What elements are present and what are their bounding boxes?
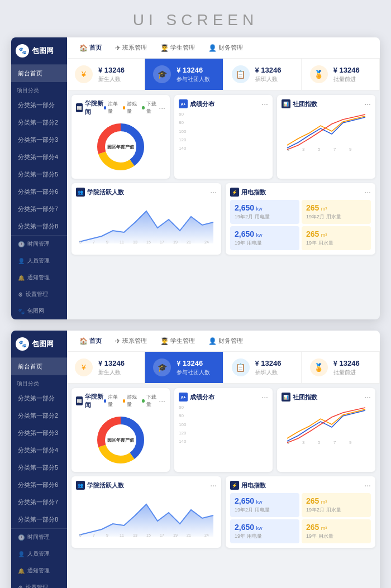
page-title: UI SCREEN [0, 0, 391, 37]
stat-label-1: 新生人数 [98, 75, 136, 83]
sidebar-item-6[interactable]: 分类第一部分6 [11, 183, 67, 200]
stat-transfer: 📋 ¥ 13246 插班人数 [224, 59, 302, 90]
chart-club-title-2: 📊 社团指数 [282, 393, 317, 401]
sidebar-item-5[interactable]: 分类第一部分5 [11, 166, 67, 183]
chart-scores-menu[interactable]: ··· [261, 99, 268, 108]
stat-value-3: ¥ 13246 [255, 66, 293, 74]
line-blue [287, 117, 365, 148]
nav-tab-home-2[interactable]: 🏠首页 [74, 334, 107, 347]
metric-label-2-1: 19年2月 用电量 [235, 506, 295, 514]
legend-label-2: 游戏量 [127, 101, 137, 115]
sidebar-item-2-6[interactable]: 分类第一部分6 [11, 476, 67, 494]
chart-elec-header-2: ⚡ 用电指数 ··· [230, 481, 371, 490]
chart-users-menu[interactable]: ··· [210, 188, 217, 197]
sidebar-notify-mgmt[interactable]: 🔔通知管理 [11, 269, 67, 286]
nav-tab-class-2[interactable]: ✈班系管理 [109, 334, 152, 347]
sidebar-bottom: 🕐时间管理 👤人员管理 🔔通知管理 ⚙设置管理 🐾包图网 [11, 235, 67, 319]
chart-elec-menu[interactable]: ··· [364, 188, 371, 197]
bar-chart-area [189, 112, 268, 151]
sidebar-item-2-8[interactable]: 分类第一部分8 [11, 511, 67, 528]
sidebar-item-1[interactable]: 分类第一部分 [11, 97, 67, 114]
sidebar-people-mgmt-2[interactable]: 👤人员管理 [11, 546, 67, 562]
chart-club-menu[interactable]: ··· [364, 99, 371, 108]
sidebar-item-3[interactable]: 分类第一部分3 [11, 131, 67, 149]
svg-text:24: 24 [204, 533, 209, 537]
sidebar-bottom-2: 🕐时间管理 👤人员管理 🔔通知管理 ⚙设置管理 [11, 528, 67, 588]
legend-item-2-2: 游戏量 [123, 394, 137, 408]
charts-area-2: 📰 学院新闻 注单量 [67, 384, 380, 552]
chart-news-menu-2[interactable]: ··· [159, 396, 165, 405]
area-fill-2 [79, 504, 213, 537]
chart-elec-title-2: ⚡ 用电指数 [230, 481, 266, 490]
sidebar-item-2-3[interactable]: 分类第一部分3 [11, 424, 67, 442]
sidebar-time-mgmt-2[interactable]: 🕐时间管理 [11, 529, 67, 546]
chart-news-legend-2: 注单量 游戏量 下载量 [104, 394, 156, 408]
donut-container: 园区年度产值 [76, 119, 165, 174]
stat-label-3: 插班人数 [255, 75, 293, 83]
chart-club-header: 📊 社团指数 ··· [282, 99, 371, 108]
club-icon: 📊 [282, 99, 290, 108]
metric-num-2-3: 2,650 [235, 523, 254, 532]
metric-unit-2-1: kw [256, 499, 262, 505]
stat-social-2: 🎓 ¥ 13246 参与社团人数 [145, 352, 223, 383]
sidebar-item-2-4[interactable]: 分类第一部分4 [11, 442, 67, 459]
chart-news-menu[interactable]: ··· [159, 103, 165, 112]
nav-tab-class[interactable]: ✈班系管理 [109, 41, 152, 54]
sidebar-item-7[interactable]: 分类第一部分7 [11, 200, 67, 218]
svg-text:15: 15 [146, 240, 151, 244]
bar-chart [189, 112, 268, 151]
chart-electricity: ⚡ 用电指数 ··· 2,650 kw 19年2月 用 [226, 183, 375, 255]
sidebar-item-2-2[interactable]: 分类第一部分2 [11, 407, 67, 424]
svg-text:9: 9 [106, 533, 108, 537]
stat-icon-yen: ¥ [75, 65, 93, 83]
sidebar-item-8[interactable]: 分类第一部分8 [11, 218, 67, 235]
sidebar-item-2-5[interactable]: 分类第一部分5 [11, 459, 67, 476]
line-red [287, 114, 365, 150]
sidebar-item-home-2[interactable]: 前台首页 [11, 358, 67, 375]
metric-1: 2,650 kw 19年2月 用电量 [230, 200, 299, 224]
legend-item-1: 注单量 [104, 101, 118, 115]
svg-text:7: 7 [93, 533, 95, 537]
y-label-4: 120 [179, 137, 186, 142]
nav-tab-finance-2[interactable]: 👤财务管理 [203, 334, 249, 347]
stat-info-2-2: ¥ 13246 参与社团人数 [177, 359, 214, 376]
svg-text:5: 5 [79, 240, 82, 244]
sidebar-people-mgmt[interactable]: 👤人员管理 [11, 252, 67, 269]
chart-electricity-2: ⚡ 用电指数 ··· 2,650 kw 19年2月 用 [226, 476, 375, 548]
sidebar-notify-mgmt-2[interactable]: 🔔通知管理 [11, 562, 67, 579]
sidebar-time-mgmt[interactable]: 🕐时间管理 [11, 236, 67, 252]
chart-users-menu-2[interactable]: ··· [210, 481, 217, 490]
stat-icon-yen-2: ¥ [75, 358, 93, 376]
metric-2-1: 2,650 kw 19年2月 用电量 [230, 493, 299, 517]
sidebar-item-2[interactable]: 分类第一部分2 [11, 114, 67, 131]
chart-club-index-2: 📊 社团指数 ··· 1 3 5 7 [277, 388, 375, 472]
stat-info-2-1: ¥ 13246 新生人数 [98, 359, 136, 376]
nav-tab-finance[interactable]: 👤财务管理 [203, 41, 249, 54]
metric-num-2-2: 265 [306, 496, 319, 505]
chart-club-menu-2[interactable]: ··· [364, 393, 371, 401]
y2-label-5: 140 [179, 439, 186, 444]
chart-users-header-2: 👥 学院活跃人数 ··· [76, 481, 217, 490]
dashboard-2: 🐾 包图网 前台首页 项目分类 分类第一部分 分类第一部分2 分类第一部分3 分… [11, 331, 380, 588]
nav-tab-home[interactable]: 🏠首页 [74, 41, 107, 54]
chart-elec-menu-2[interactable]: ··· [364, 481, 371, 490]
sidebar-settings-2[interactable]: ⚙设置管理 [11, 579, 67, 588]
sidebar-settings[interactable]: ⚙设置管理 [11, 286, 67, 303]
chart-club-index: 📊 社团指数 ··· 1 3 5 7 [277, 95, 375, 179]
sidebar-item-2-1[interactable]: 分类第一部分 [11, 390, 67, 407]
sidebar-item-home[interactable]: 前台首页 [11, 65, 67, 82]
svg-text:21: 21 [187, 533, 191, 537]
y2-label-4: 120 [179, 431, 186, 436]
chart-news-title-2: 📰 学院新闻 [76, 393, 104, 409]
stat-icon-batch: 🏅 [310, 65, 328, 83]
nav-tab-student-2[interactable]: 👨‍🎓学生管理 [155, 334, 201, 347]
stat-value-4: ¥ 13246 [333, 66, 371, 74]
chart-scores-menu-2[interactable]: ··· [261, 393, 268, 401]
svg-text:21: 21 [187, 240, 191, 244]
nav-tab-student[interactable]: 👨‍🎓学生管理 [155, 41, 201, 54]
metric-value-3: 2,650 kw [235, 230, 295, 238]
y2-label-3: 100 [179, 422, 186, 427]
metric-unit-3: kw [256, 232, 262, 238]
sidebar-item-4[interactable]: 分类第一部分4 [11, 149, 67, 166]
sidebar-item-2-7[interactable]: 分类第一部分7 [11, 494, 67, 511]
